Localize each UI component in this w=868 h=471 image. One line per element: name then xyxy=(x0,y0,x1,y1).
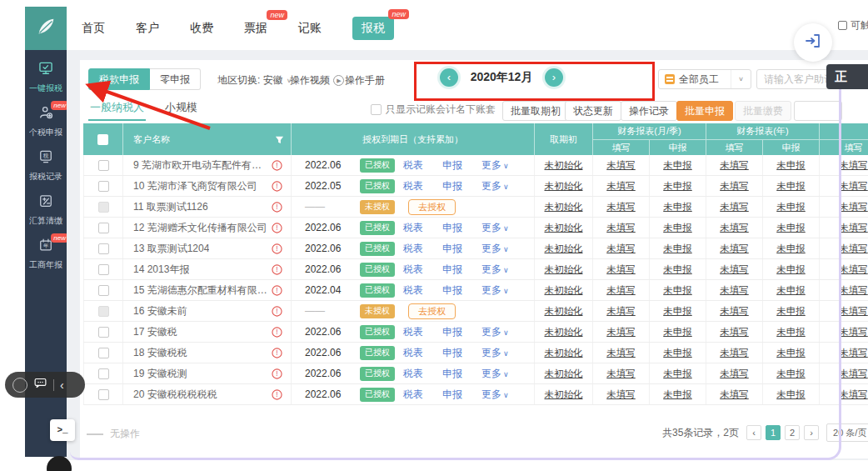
nav-item-5[interactable]: 报税new xyxy=(352,17,394,40)
yearly-declare-link[interactable]: 未申报 xyxy=(776,201,806,213)
monthly-fill-link[interactable]: 未填写 xyxy=(606,222,636,234)
monthly-declare-link[interactable]: 未申报 xyxy=(663,347,692,359)
checkbox-icon[interactable] xyxy=(371,104,382,115)
declare-link[interactable]: 申报 xyxy=(442,158,462,173)
row-checkbox[interactable] xyxy=(98,327,109,338)
monthly-fill-link[interactable]: 未填写 xyxy=(606,305,636,318)
yearly-declare-link[interactable]: 未申报 xyxy=(776,180,806,193)
extra-fill-link[interactable]: 未填写 xyxy=(839,388,868,401)
declare-link[interactable]: 申报 xyxy=(442,221,462,235)
tax-table-link[interactable]: 税表 xyxy=(403,263,423,277)
row-checkbox[interactable] xyxy=(98,348,109,358)
extra-fill-link[interactable]: 未填写 xyxy=(839,180,868,193)
tax-table-link[interactable]: 税表 xyxy=(403,325,423,339)
tab-small-scale[interactable]: 小规模 xyxy=(165,100,197,115)
select-all-checkbox[interactable] xyxy=(97,134,108,145)
init-status-link[interactable]: 未初始化 xyxy=(545,263,583,276)
yearly-declare-link[interactable]: 未申报 xyxy=(776,326,806,338)
more-link[interactable]: 更多∨ xyxy=(481,158,509,173)
info-icon[interactable]: ! xyxy=(272,285,282,296)
more-link[interactable]: 更多∨ xyxy=(481,221,509,235)
declare-link[interactable]: 申报 xyxy=(442,325,462,339)
more-link[interactable]: 更多∨ xyxy=(481,367,509,381)
nav-item-2[interactable]: 收费 xyxy=(190,21,213,36)
row-checkbox[interactable] xyxy=(98,223,109,233)
batch-initial-button[interactable]: 批量取期初 xyxy=(502,101,569,121)
tax-table-link[interactable]: 税表 xyxy=(403,346,423,360)
more-link[interactable]: 更多∨ xyxy=(481,263,509,277)
row-checkbox[interactable] xyxy=(98,306,109,317)
sidebar-item-4[interactable]: 年工商年报new xyxy=(25,232,67,276)
yearly-declare-link[interactable]: 未申报 xyxy=(776,222,806,234)
info-icon[interactable]: ! xyxy=(272,264,282,275)
extra-fill-link[interactable]: 未填写 xyxy=(839,159,868,172)
region-switch[interactable]: 地区切换: 安徽 ∨ xyxy=(217,73,292,88)
row-checkbox[interactable] xyxy=(98,389,109,400)
monthly-declare-link[interactable]: 未申报 xyxy=(663,263,692,276)
tab-tax-declare[interactable]: 税款申报 xyxy=(88,68,150,90)
init-status-link[interactable]: 未初始化 xyxy=(545,201,583,213)
declare-link[interactable]: 申报 xyxy=(442,367,462,381)
info-icon[interactable]: ! xyxy=(272,181,282,192)
declare-link[interactable]: 申报 xyxy=(442,179,462,193)
info-icon[interactable]: ! xyxy=(272,306,282,317)
init-status-link[interactable]: 未初始化 xyxy=(545,305,583,318)
more-link[interactable]: 更多∨ xyxy=(481,325,509,339)
init-status-link[interactable]: 未初始化 xyxy=(545,243,583,255)
info-icon[interactable]: ! xyxy=(272,160,282,171)
extra-action-button[interactable] xyxy=(794,101,842,121)
declare-link[interactable]: 申报 xyxy=(442,263,462,277)
row-checkbox[interactable] xyxy=(98,160,109,171)
extra-fill-link[interactable]: 未填写 xyxy=(839,201,868,213)
info-icon[interactable]: ! xyxy=(272,243,282,254)
status-update-button[interactable]: 状态更新 xyxy=(565,101,621,121)
yearly-fill-link[interactable]: 未填写 xyxy=(720,368,749,380)
more-link[interactable]: 更多∨ xyxy=(481,388,509,402)
monthly-fill-link[interactable]: 未填写 xyxy=(606,159,636,172)
tax-table-link[interactable]: 税表 xyxy=(403,283,423,298)
yearly-declare-link[interactable]: 未申报 xyxy=(776,263,806,276)
monthly-declare-link[interactable]: 未申报 xyxy=(663,305,692,318)
yearly-fill-link[interactable]: 未填写 xyxy=(720,284,749,297)
more-link[interactable]: 更多∨ xyxy=(481,179,509,193)
init-status-link[interactable]: 未初始化 xyxy=(545,159,583,172)
row-checkbox[interactable] xyxy=(98,285,109,296)
yearly-declare-link[interactable]: 未申报 xyxy=(776,159,806,172)
record-icon[interactable] xyxy=(12,378,27,393)
next-page-button[interactable]: › xyxy=(804,425,819,440)
monthly-declare-link[interactable]: 未申报 xyxy=(663,243,692,255)
info-icon[interactable]: ! xyxy=(272,223,282,233)
tax-table-link[interactable]: 税表 xyxy=(403,179,423,193)
info-icon[interactable]: ! xyxy=(272,368,282,379)
batch-pay-button[interactable]: 批量缴费 xyxy=(735,101,791,121)
collapse-icon[interactable]: ‹ xyxy=(60,379,64,391)
nav-item-1[interactable]: 客户 xyxy=(136,21,159,36)
init-status-link[interactable]: 未初始化 xyxy=(545,347,583,359)
monthly-fill-link[interactable]: 未填写 xyxy=(606,388,636,401)
yearly-fill-link[interactable]: 未填写 xyxy=(720,263,749,276)
row-checkbox[interactable] xyxy=(98,368,109,379)
tax-table-link[interactable]: 税表 xyxy=(403,242,423,256)
prev-month-button[interactable]: ‹ xyxy=(440,68,458,87)
yearly-fill-link[interactable]: 未填写 xyxy=(720,222,749,234)
operation-log-button[interactable]: 操作记录 xyxy=(621,101,677,121)
yearly-declare-link[interactable]: 未申报 xyxy=(776,284,806,297)
chat-icon[interactable] xyxy=(33,376,47,393)
extra-fill-link[interactable]: 未填写 xyxy=(839,263,868,276)
employee-filter-select[interactable]: 全部员工 ∨ xyxy=(658,69,751,89)
video-link[interactable]: 操作视频 ▶ xyxy=(290,73,344,88)
extra-fill-link[interactable]: 未填写 xyxy=(839,326,868,338)
yearly-fill-link[interactable]: 未填写 xyxy=(720,305,749,318)
sidebar-item-2[interactable]: 税报税记录 xyxy=(25,143,67,188)
side-feedback-tab[interactable]: 正 xyxy=(826,64,868,89)
next-month-button[interactable]: › xyxy=(545,68,563,87)
declare-link[interactable]: 申报 xyxy=(442,283,462,298)
tax-table-link[interactable]: 税表 xyxy=(403,221,423,235)
yearly-fill-link[interactable]: 未填写 xyxy=(720,326,749,338)
yearly-declare-link[interactable]: 未申报 xyxy=(776,368,806,380)
nav-item-3[interactable]: 票据new xyxy=(244,21,267,36)
extra-fill-link[interactable]: 未填写 xyxy=(839,347,868,359)
declare-link[interactable]: 申报 xyxy=(442,242,462,256)
tax-table-link[interactable]: 税表 xyxy=(403,158,423,173)
info-icon[interactable]: ! xyxy=(272,389,282,400)
